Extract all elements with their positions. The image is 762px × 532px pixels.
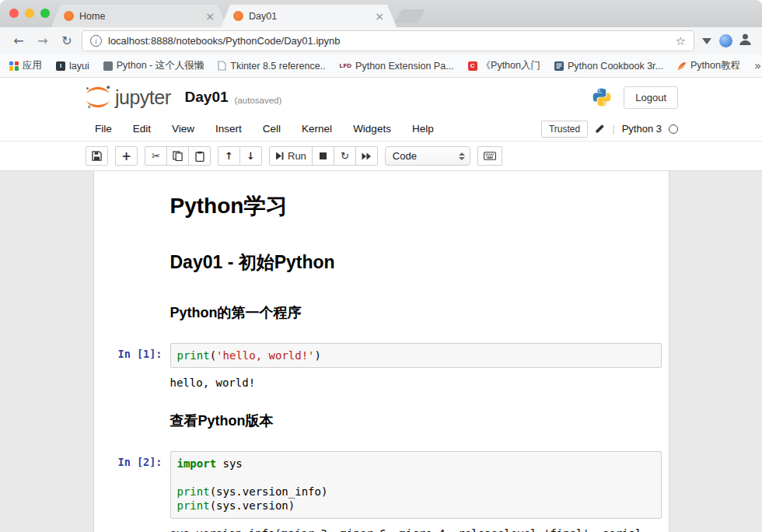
menu-cell[interactable]: Cell bbox=[263, 123, 281, 135]
menu-widgets[interactable]: Widgets bbox=[353, 123, 391, 135]
reload-icon[interactable]: ↻ bbox=[58, 32, 76, 51]
layui-icon: l bbox=[56, 61, 65, 71]
bookmark-apps[interactable]: 应用 bbox=[9, 59, 42, 72]
menu-kernel[interactable]: Kernel bbox=[302, 123, 332, 135]
bookmark-cookbook[interactable]: Python Cookbook 3r... bbox=[554, 61, 663, 72]
site-info-icon[interactable]: i bbox=[90, 35, 102, 47]
markdown-cell-day01[interactable]: Day01 - 初始Python bbox=[94, 232, 669, 285]
tab-close-icon[interactable]: × bbox=[205, 11, 215, 22]
add-cell-button[interactable]: + bbox=[115, 146, 138, 166]
forward-icon[interactable]: → bbox=[33, 32, 52, 51]
page-icon bbox=[218, 61, 226, 71]
url-input[interactable]: i localhost:8888/notebooks/PythonCode/Da… bbox=[82, 30, 694, 51]
restart-run-all-button[interactable] bbox=[355, 146, 378, 166]
command-palette-button[interactable] bbox=[477, 146, 502, 166]
tab-close-icon[interactable]: × bbox=[375, 11, 384, 22]
move-cell-down-button[interactable]: ↓ bbox=[239, 146, 262, 166]
cell-type-value: Code bbox=[393, 150, 417, 162]
code-input-area[interactable]: import sys print(sys.version_info) print… bbox=[170, 451, 662, 519]
lfd-icon: LFD bbox=[340, 62, 352, 69]
stop-icon bbox=[320, 152, 327, 159]
minimize-window-button[interactable] bbox=[25, 9, 34, 18]
select-stepper-icon bbox=[459, 152, 465, 160]
close-window-button[interactable] bbox=[9, 9, 19, 18]
logout-button[interactable]: Logout bbox=[624, 86, 678, 109]
new-tab-button[interactable] bbox=[394, 9, 425, 23]
kernel-name: Python 3 bbox=[622, 123, 662, 135]
bookmark-lfd[interactable]: LFD Python Extension Pa... bbox=[340, 61, 454, 72]
cell-type-select[interactable]: Code bbox=[385, 146, 470, 166]
bookmark-label: Python教程 bbox=[690, 59, 740, 72]
output-area-1: hello, world! bbox=[94, 373, 669, 393]
bookmark-label: 《Python入门 bbox=[481, 59, 540, 72]
keyboard-icon bbox=[484, 152, 496, 160]
bookmark-layui[interactable]: l layui bbox=[56, 61, 89, 72]
run-label: Run bbox=[288, 150, 306, 162]
section-heading: Day01 - 初始Python bbox=[170, 250, 662, 275]
extension-triangle-icon[interactable] bbox=[702, 38, 711, 44]
bookmark-label: Python Cookbook 3r... bbox=[568, 61, 663, 72]
back-icon[interactable]: ← bbox=[9, 32, 28, 51]
python-site-icon bbox=[103, 61, 113, 71]
notebook-toolbar: + ✂ ↑ ↓ bbox=[0, 142, 762, 171]
subsection-heading: Python的第一个程序 bbox=[170, 303, 662, 322]
bookmark-label: Python Extension Pa... bbox=[355, 61, 453, 72]
code-input-area[interactable]: print('hello, world!') bbox=[170, 343, 662, 368]
browser-window: Home × Day01 × ← → ↻ i localhost:8888/no… bbox=[0, 0, 762, 532]
jupyter-favicon bbox=[233, 11, 243, 21]
tab-day01[interactable]: Day01 × bbox=[221, 5, 397, 27]
move-cell-up-button[interactable]: ↑ bbox=[218, 146, 240, 166]
input-prompt: In [1]: bbox=[94, 343, 170, 368]
kernel-idle-icon bbox=[669, 124, 678, 134]
save-button[interactable] bbox=[86, 146, 108, 166]
tab-home[interactable]: Home × bbox=[51, 5, 227, 27]
notebook-title[interactable]: Day01 bbox=[185, 89, 229, 106]
restart-kernel-button[interactable]: ↻ bbox=[334, 146, 356, 166]
jupyter-logo-icon[interactable] bbox=[84, 85, 112, 110]
cut-cell-button[interactable]: ✂ bbox=[145, 146, 167, 166]
menu-bar: File Edit View Insert Cell Kernel Widget… bbox=[0, 117, 762, 142]
extension-globe-icon[interactable] bbox=[719, 34, 732, 47]
menu-edit[interactable]: Edit bbox=[133, 123, 151, 135]
autosave-status: (autosaved) bbox=[235, 96, 282, 105]
separator: | bbox=[612, 123, 615, 135]
bookmark-python-tutorial[interactable]: Python教程 bbox=[677, 59, 740, 72]
menu-file[interactable]: File bbox=[95, 123, 112, 135]
bookmark-label: Tkinter 8.5 reference.. bbox=[230, 61, 325, 72]
bookmarks-overflow-icon[interactable]: » bbox=[754, 59, 761, 73]
menu-view[interactable]: View bbox=[172, 123, 194, 135]
feather-icon bbox=[677, 61, 687, 71]
bookmark-label: 应用 bbox=[23, 59, 42, 72]
bookmark-label: Python - 这个人很懒 bbox=[117, 59, 204, 72]
save-icon bbox=[92, 151, 102, 161]
bookmarks-bar: 应用 l layui Python - 这个人很懒 Tkinter 8.5 re… bbox=[0, 54, 762, 78]
bookmark-star-icon[interactable]: ☆ bbox=[676, 34, 686, 48]
input-prompt: In [2]: bbox=[94, 451, 170, 519]
interrupt-kernel-button[interactable] bbox=[312, 146, 334, 166]
menu-help[interactable]: Help bbox=[412, 123, 434, 135]
markdown-cell-title[interactable]: Python学习 bbox=[94, 180, 669, 232]
fullscreen-window-button[interactable] bbox=[40, 9, 50, 18]
markdown-cell-check-version[interactable]: 查看Python版本 bbox=[94, 393, 669, 440]
markdown-cell-first-program[interactable]: Python的第一个程序 bbox=[94, 285, 669, 332]
jupyter-favicon bbox=[64, 11, 74, 21]
kernel-status-area: Trusted | Python 3 bbox=[541, 121, 678, 138]
bookmark-csdn[interactable]: C 《Python入门 bbox=[468, 59, 540, 72]
code-cell-2[interactable]: In [2]: import sys print(sys.version_inf… bbox=[94, 451, 669, 519]
bookmark-label: layui bbox=[69, 61, 89, 72]
output-text: sys.version_info(major=3, minor=6, micro… bbox=[170, 524, 662, 532]
paste-cell-button[interactable] bbox=[188, 146, 211, 166]
subsection-heading: 查看Python版本 bbox=[170, 411, 662, 430]
menu-insert[interactable]: Insert bbox=[215, 123, 242, 135]
bookmark-python-blog[interactable]: Python - 这个人很懒 bbox=[103, 59, 204, 72]
output-area-2: sys.version_info(major=3, minor=6, micro… bbox=[94, 524, 669, 532]
tab-bar: Home × Day01 × bbox=[51, 5, 421, 27]
trusted-badge[interactable]: Trusted bbox=[541, 121, 588, 138]
profile-avatar[interactable] bbox=[738, 32, 753, 50]
run-cell-button[interactable]: Run bbox=[269, 146, 313, 166]
code-cell-1[interactable]: In [1]: print('hello, world!') bbox=[94, 343, 669, 368]
notebook-scroll-area[interactable]: Python学习 Day01 - 初始Python Python的第一个程序 I… bbox=[0, 171, 762, 532]
jupyter-wordmark[interactable]: jupyter bbox=[115, 86, 171, 109]
copy-cell-button[interactable] bbox=[166, 146, 189, 166]
bookmark-tkinter[interactable]: Tkinter 8.5 reference.. bbox=[218, 61, 325, 72]
